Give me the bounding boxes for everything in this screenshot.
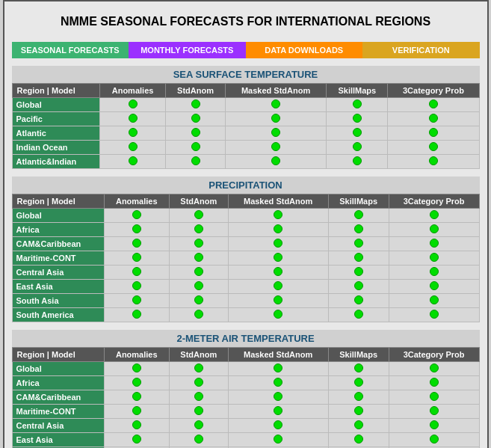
cell-1-7-2[interactable] xyxy=(169,308,228,322)
availability-dot[interactable] xyxy=(194,420,203,429)
cell-1-5-3[interactable] xyxy=(228,280,328,294)
cell-2-1-4[interactable] xyxy=(328,376,389,390)
availability-dot[interactable] xyxy=(354,406,363,415)
availability-dot[interactable] xyxy=(132,239,141,248)
cell-1-0-1[interactable] xyxy=(104,209,169,223)
availability-dot[interactable] xyxy=(194,210,203,219)
cell-2-1-5[interactable] xyxy=(389,376,479,390)
cell-2-2-5[interactable] xyxy=(389,390,479,405)
cell-1-5-2[interactable] xyxy=(169,280,228,294)
availability-dot[interactable] xyxy=(354,253,363,262)
cell-0-1-4[interactable] xyxy=(327,112,388,126)
availability-dot[interactable] xyxy=(274,267,282,276)
availability-dot[interactable] xyxy=(271,114,280,123)
cell-1-7-5[interactable] xyxy=(389,308,479,322)
cell-0-4-4[interactable] xyxy=(327,155,388,169)
cell-1-6-3[interactable] xyxy=(228,294,328,308)
availability-dot[interactable] xyxy=(129,128,138,137)
cell-1-1-1[interactable] xyxy=(104,223,169,237)
availability-dot[interactable] xyxy=(194,295,203,304)
cell-0-4-5[interactable] xyxy=(388,155,479,169)
cell-1-6-2[interactable] xyxy=(169,294,228,308)
availability-dot[interactable] xyxy=(129,156,138,165)
cell-1-2-4[interactable] xyxy=(328,237,389,251)
availability-dot[interactable] xyxy=(430,406,439,415)
availability-dot[interactable] xyxy=(429,128,438,137)
availability-dot[interactable] xyxy=(430,253,439,262)
cell-0-2-4[interactable] xyxy=(327,126,388,141)
availability-dot[interactable] xyxy=(353,142,362,151)
availability-dot[interactable] xyxy=(274,295,282,304)
cell-2-0-3[interactable] xyxy=(228,362,328,376)
cell-1-3-1[interactable] xyxy=(104,251,169,266)
cell-2-0-5[interactable] xyxy=(389,362,479,376)
nav-data[interactable]: DATA DOWNLOADS xyxy=(246,42,363,58)
availability-dot[interactable] xyxy=(274,210,282,219)
availability-dot[interactable] xyxy=(354,281,363,290)
cell-1-3-4[interactable] xyxy=(328,251,389,266)
availability-dot[interactable] xyxy=(430,239,439,248)
cell-1-4-5[interactable] xyxy=(389,266,479,280)
availability-dot[interactable] xyxy=(429,156,438,165)
availability-dot[interactable] xyxy=(132,363,141,372)
availability-dot[interactable] xyxy=(132,267,141,276)
cell-1-1-4[interactable] xyxy=(328,223,389,237)
availability-dot[interactable] xyxy=(129,142,138,151)
availability-dot[interactable] xyxy=(194,363,203,372)
cell-1-3-2[interactable] xyxy=(169,251,228,266)
availability-dot[interactable] xyxy=(129,99,138,108)
availability-dot[interactable] xyxy=(191,142,200,151)
nav-monthly[interactable]: MONTHLY FORECASTS xyxy=(129,42,246,58)
availability-dot[interactable] xyxy=(132,253,141,262)
availability-dot[interactable] xyxy=(132,435,141,444)
availability-dot[interactable] xyxy=(194,392,203,401)
cell-0-1-2[interactable] xyxy=(166,112,226,126)
cell-2-4-3[interactable] xyxy=(228,419,328,433)
cell-2-5-1[interactable] xyxy=(104,433,169,447)
cell-1-1-5[interactable] xyxy=(389,223,479,237)
availability-dot[interactable] xyxy=(191,114,200,123)
availability-dot[interactable] xyxy=(194,253,203,262)
cell-0-3-1[interactable] xyxy=(99,141,165,155)
cell-1-2-2[interactable] xyxy=(169,237,228,251)
nav-seasonal[interactable]: SEASONAL FORECASTS xyxy=(12,42,129,58)
availability-dot[interactable] xyxy=(353,156,362,165)
availability-dot[interactable] xyxy=(274,253,282,262)
availability-dot[interactable] xyxy=(430,210,439,219)
availability-dot[interactable] xyxy=(430,392,439,401)
availability-dot[interactable] xyxy=(430,267,439,276)
availability-dot[interactable] xyxy=(354,210,363,219)
cell-2-5-3[interactable] xyxy=(228,433,328,447)
availability-dot[interactable] xyxy=(194,281,203,290)
cell-2-3-2[interactable] xyxy=(169,405,228,419)
cell-1-7-1[interactable] xyxy=(104,308,169,322)
cell-1-1-2[interactable] xyxy=(169,223,228,237)
availability-dot[interactable] xyxy=(271,128,280,137)
availability-dot[interactable] xyxy=(354,239,363,248)
availability-dot[interactable] xyxy=(274,363,282,372)
availability-dot[interactable] xyxy=(354,310,363,319)
cell-0-0-4[interactable] xyxy=(327,98,388,112)
availability-dot[interactable] xyxy=(132,392,141,401)
availability-dot[interactable] xyxy=(354,267,363,276)
availability-dot[interactable] xyxy=(274,239,282,248)
availability-dot[interactable] xyxy=(274,378,282,387)
cell-1-1-3[interactable] xyxy=(228,223,328,237)
availability-dot[interactable] xyxy=(274,420,282,429)
availability-dot[interactable] xyxy=(354,224,363,233)
cell-2-5-5[interactable] xyxy=(389,433,479,447)
availability-dot[interactable] xyxy=(353,114,362,123)
availability-dot[interactable] xyxy=(430,378,439,387)
availability-dot[interactable] xyxy=(132,420,141,429)
availability-dot[interactable] xyxy=(194,406,203,415)
cell-1-3-3[interactable] xyxy=(228,251,328,266)
cell-0-3-5[interactable] xyxy=(388,141,479,155)
availability-dot[interactable] xyxy=(271,99,280,108)
cell-1-7-3[interactable] xyxy=(228,308,328,322)
availability-dot[interactable] xyxy=(194,435,203,444)
availability-dot[interactable] xyxy=(132,224,141,233)
cell-2-2-4[interactable] xyxy=(328,390,389,405)
availability-dot[interactable] xyxy=(354,378,363,387)
cell-0-1-3[interactable] xyxy=(225,112,326,126)
availability-dot[interactable] xyxy=(430,420,439,429)
